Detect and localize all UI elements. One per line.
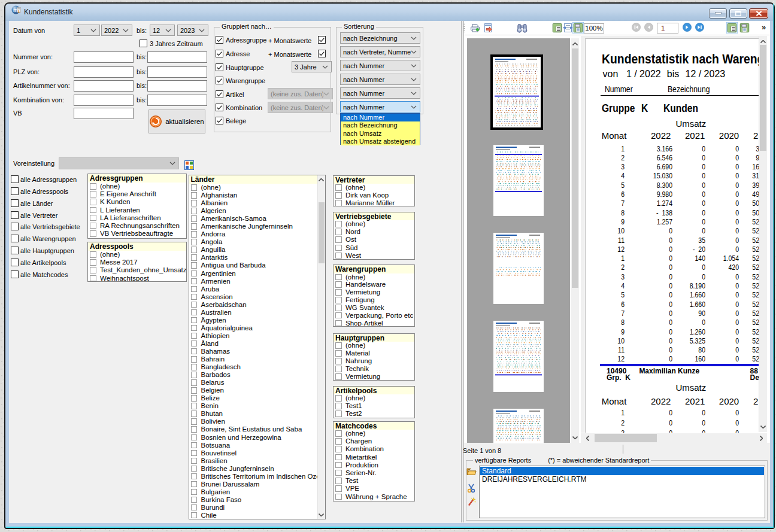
- svg-text:L: L: [18, 10, 20, 14]
